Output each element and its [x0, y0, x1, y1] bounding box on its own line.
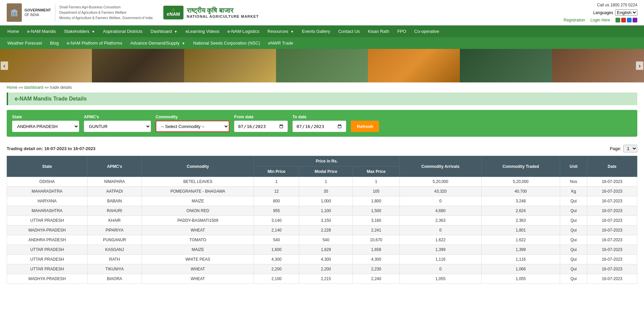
cell-unit: Qui: [560, 196, 587, 206]
trade-table-container: State APMC's Commodity Price in Rs. Comm…: [0, 156, 644, 291]
cell-commodity: TOMATO: [142, 235, 254, 245]
cell-max-price: 1,800: [353, 196, 400, 206]
nav-resources[interactable]: Resources ▼: [263, 25, 298, 37]
cell-modal-price: 3,150: [299, 216, 353, 226]
nav-events[interactable]: Events Gallery: [298, 25, 334, 37]
breadcrumb: Home »» dashboard »» trade details: [0, 82, 644, 92]
nav-fpo[interactable]: FPO: [393, 25, 410, 37]
nav-enam-mandis[interactable]: e-NAM Mandis: [23, 25, 60, 37]
nav-weather[interactable]: Weather Forecast: [3, 37, 46, 49]
auth-actions: Registration Login Here: [564, 18, 637, 22]
color-theme-dots: [615, 18, 637, 22]
col-max-price: Max Price: [353, 167, 400, 177]
nav-dashboard[interactable]: Dashboard ▼: [147, 25, 181, 37]
theme-dot-blue[interactable]: [627, 18, 632, 22]
cell-commodity: MAIZE: [142, 245, 254, 255]
registration-link[interactable]: Registration: [564, 18, 585, 22]
cell-unit: Qui: [560, 245, 587, 255]
trading-info-row: Trading detail on: 16-07-2023 to 16-07-2…: [0, 141, 644, 156]
cell-date: 16-07-2023: [587, 245, 637, 255]
cell-max-price: 10,670: [353, 235, 400, 245]
cell-modal-price: 1: [299, 177, 353, 187]
cell-min-price: 2,140: [254, 226, 299, 235]
nav-advance-demand[interactable]: Advance Demand/Supply ▼: [126, 37, 189, 49]
theme-dot-green[interactable]: [615, 18, 620, 22]
cell-apmc: AATPADI: [87, 187, 142, 196]
commodity-label: Commodity: [156, 115, 229, 119]
nav-home[interactable]: Home: [3, 25, 23, 37]
nav-platform[interactable]: e-NAM Platform of Platforms: [63, 37, 126, 49]
nav-nsc[interactable]: National Seeds Corporation (NSC): [189, 37, 264, 49]
cell-max-price: 2,240: [353, 274, 400, 284]
cell-min-price: 2,100: [254, 274, 299, 284]
cell-unit: Qui: [560, 216, 587, 226]
breadcrumb-dashboard[interactable]: dashboard: [24, 85, 43, 90]
nav-kisan-rath[interactable]: Kisan Rath: [364, 25, 393, 37]
state-filter-group: State ANDHRA PRADESH UTTAR PRADESH MAHAR…: [12, 115, 79, 132]
cell-max-price: 1,658: [353, 245, 400, 255]
language-select[interactable]: English Hindi: [615, 9, 637, 16]
cell-max-price: 3,160: [353, 216, 400, 226]
nav-logistics[interactable]: e-NAM-Logistics: [223, 25, 263, 37]
strip-image-5: [368, 49, 460, 82]
theme-dot-purple[interactable]: [633, 18, 637, 22]
cell-apmc: RATH: [87, 255, 142, 264]
nav-cooperative[interactable]: Co-operative: [410, 25, 443, 37]
nav-blog[interactable]: Blog: [46, 37, 63, 49]
secondary-nav: Weather Forecast Blog e-NAM Platform of …: [0, 37, 644, 49]
cell-state: ANDHRA PRADESH: [7, 235, 88, 245]
cell-state: HARYANA: [7, 196, 88, 206]
cell-apmc: KHAIR: [87, 216, 142, 226]
cell-state: MAHARASHTRA: [7, 206, 88, 216]
header-right: Call us 1800 270 0224 Languages English …: [564, 3, 637, 22]
strip-image-2: [92, 49, 184, 82]
language-selector[interactable]: Languages English Hindi: [593, 9, 637, 16]
cell-arrivals: 4,680: [399, 206, 481, 216]
cell-modal-price: 540: [299, 235, 353, 245]
from-date-input[interactable]: [234, 121, 288, 132]
cell-date: 16-07-2023: [587, 196, 637, 206]
table-row: MADHYA PRADESH BIAORA WHEAT 2,100 2,215 …: [7, 274, 637, 284]
theme-dot-red[interactable]: [621, 18, 626, 22]
cell-commodity: WHEAT: [142, 274, 254, 284]
commodity-select[interactable]: -- Select Commodity -- BETEL LEAVES MAIZ…: [156, 121, 229, 132]
cell-date: 16-07-2023: [587, 235, 637, 245]
apmc-select[interactable]: GUNTUR NIMAPARA AATPADI: [84, 121, 151, 132]
nav-elearning[interactable]: eLearning Videos: [181, 25, 223, 37]
strip-prev-button[interactable]: ‹: [1, 62, 8, 70]
nav-stakeholders[interactable]: Stakeholders ▼: [60, 25, 99, 37]
table-row: MADHYA PRADESH PIPARIYA WHEAT 2,140 2,22…: [7, 226, 637, 235]
cell-traded: 1,801: [481, 226, 560, 235]
cell-modal-price: 1,629: [299, 245, 353, 255]
gov-title: GOVERNMENT: [24, 8, 51, 13]
cell-modal-price: 1,100: [299, 206, 353, 216]
breadcrumb-current: trade details: [50, 85, 72, 90]
page-select[interactable]: 1 2 3: [623, 145, 637, 152]
strip-next-button[interactable]: ›: [636, 62, 643, 70]
commodity-filter-group: Commodity -- Select Commodity -- BETEL L…: [156, 115, 229, 132]
cell-max-price: 2,230: [353, 264, 400, 274]
cell-apmc: TIKUNIYA: [87, 264, 142, 274]
cell-state: MAHARASHTRA: [7, 187, 88, 196]
trading-detail-text: Trading detail on: 16-07-2023 to 16-07-2…: [7, 146, 95, 151]
col-traded: Commodity Traded: [481, 156, 560, 177]
cell-max-price: 1: [353, 177, 400, 187]
header-left: 🏛️ GOVERNMENT OF INDIA Small Farmers Agr…: [7, 3, 259, 22]
enam-title-block: राष्ट्रीय कृषि बाजार NATIONAL AGRICULTUR…: [187, 7, 259, 18]
cell-unit: Qui: [560, 235, 587, 245]
login-link[interactable]: Login Here: [590, 18, 610, 22]
cell-arrivals: 1,055: [399, 274, 481, 284]
state-select[interactable]: ANDHRA PRADESH UTTAR PRADESH MAHARASHTRA…: [12, 121, 79, 132]
primary-nav: Home e-NAM Mandis Stakeholders ▼ Aspirat…: [0, 25, 644, 37]
to-date-input[interactable]: [292, 121, 346, 132]
dept-info: Small Farmers Agri-Business Consortium D…: [59, 5, 153, 21]
nav-enwr[interactable]: eNWR Trade: [264, 37, 297, 49]
cell-date: 16-07-2023: [587, 274, 637, 284]
nav-contact[interactable]: Contact Us: [334, 25, 364, 37]
cell-unit: Qui: [560, 206, 587, 216]
refresh-button[interactable]: Refresh: [351, 121, 379, 132]
breadcrumb-home[interactable]: Home: [7, 85, 17, 90]
cell-commodity: PADDY-BASMATI1509: [142, 216, 254, 226]
nav-aspirational-districts[interactable]: Aspirational Districts: [99, 25, 147, 37]
cell-arrivals: 43,320: [399, 187, 481, 196]
